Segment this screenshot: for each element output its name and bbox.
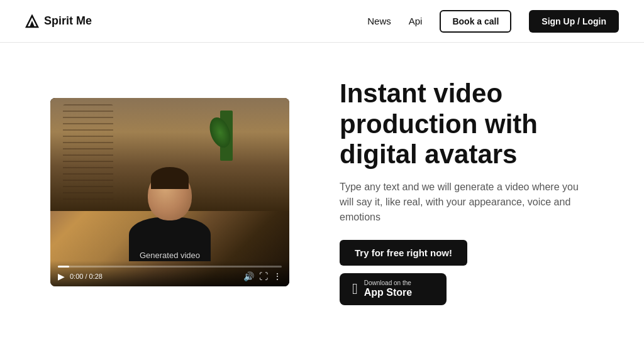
- fullscreen-icon[interactable]: ⛶: [259, 271, 268, 281]
- logo-icon: [25, 14, 39, 28]
- main-nav: News Api Book a call Sign Up / Login: [367, 10, 619, 33]
- signup-login-button[interactable]: Sign Up / Login: [529, 10, 619, 33]
- volume-icon[interactable]: 🔊: [243, 271, 254, 281]
- controls-row: ▶ 0:00 / 0:28 🔊 ⛶ ⋮: [58, 271, 282, 281]
- nav-api[interactable]: Api: [409, 16, 423, 26]
- logo[interactable]: Spirit Me: [25, 14, 92, 28]
- main-content: Generated video ▶ 0:00 / 0:28 🔊 ⛶ ⋮ Inst…: [0, 43, 644, 341]
- appstore-small-text: Download on the: [364, 279, 411, 286]
- nav-news[interactable]: News: [367, 16, 391, 26]
- try-free-button[interactable]: Try for free right now!: [340, 240, 467, 266]
- book-call-button[interactable]: Book a call: [440, 10, 511, 33]
- person-head: [148, 170, 192, 220]
- wall-lines: [63, 104, 113, 205]
- plant-decor: [220, 111, 233, 161]
- progress-fill: [58, 266, 69, 268]
- hero-content: Instant video production with digital av…: [340, 78, 594, 305]
- header: Spirit Me News Api Book a call Sign Up /…: [0, 0, 644, 43]
- video-player[interactable]: Generated video ▶ 0:00 / 0:28 🔊 ⛶ ⋮: [50, 98, 289, 286]
- play-icon[interactable]: ▶: [58, 271, 65, 281]
- more-options-icon[interactable]: ⋮: [273, 271, 282, 281]
- person-avatar: [129, 170, 211, 261]
- hero-subtext: Type any text and we will generate a vid…: [340, 180, 594, 225]
- person-hair: [151, 167, 189, 189]
- logo-text: Spirit Me: [44, 14, 92, 28]
- appstore-button[interactable]:  Download on the App Store: [340, 273, 447, 305]
- progress-bar[interactable]: [58, 266, 282, 268]
- svg-marker-1: [30, 21, 35, 27]
- appstore-big-text: App Store: [364, 286, 412, 298]
- video-controls: ▶ 0:00 / 0:28 🔊 ⛶ ⋮: [50, 261, 289, 286]
- cta-buttons: Try for free right now!  Download on th…: [340, 240, 594, 305]
- time-display: 0:00 / 0:28: [70, 273, 238, 280]
- hero-headline: Instant video production with digital av…: [340, 78, 594, 170]
- apple-icon: : [352, 280, 358, 298]
- appstore-text: Download on the App Store: [364, 279, 412, 298]
- video-generated-label: Generated video: [140, 251, 200, 260]
